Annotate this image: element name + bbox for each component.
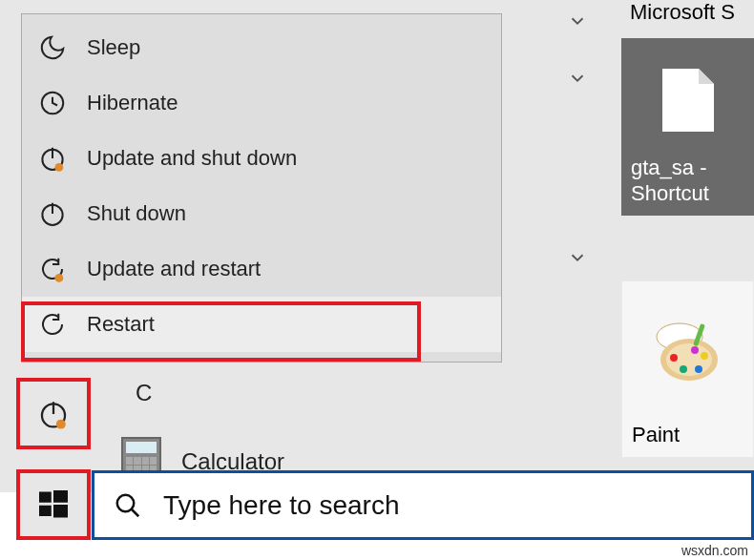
- svg-rect-24: [53, 505, 68, 518]
- power-item-label: Update and shut down: [87, 146, 501, 171]
- search-icon: [112, 489, 144, 522]
- svg-point-7: [695, 365, 702, 373]
- tile-label: gta_sa - Shortcut: [631, 156, 744, 206]
- taskbar-search-box[interactable]: Type here to search: [92, 470, 754, 540]
- power-update-icon: [35, 141, 70, 176]
- start-button[interactable]: [16, 469, 91, 540]
- power-icon: [35, 197, 70, 231]
- app-list-section-letter[interactable]: C: [136, 380, 152, 406]
- sleep-icon: [35, 31, 70, 65]
- windows-logo-icon: [36, 487, 71, 522]
- svg-marker-1: [699, 69, 714, 84]
- svg-point-25: [117, 494, 135, 511]
- tile-gta-sa-shortcut[interactable]: gta_sa - Shortcut: [621, 38, 754, 216]
- power-item-label: Update and restart: [87, 257, 501, 281]
- search-placeholder: Type here to search: [163, 490, 399, 521]
- chevron-down-icon[interactable]: [564, 8, 591, 34]
- svg-line-26: [132, 508, 139, 516]
- svg-point-5: [670, 354, 678, 362]
- restart-update-icon: [35, 252, 70, 286]
- power-options-menu: Sleep Hibernate Update and shut down Shu…: [21, 13, 502, 363]
- power-update-icon: [37, 398, 70, 430]
- file-icon: [662, 69, 714, 132]
- tile-group-label: Microsoft S: [630, 0, 754, 25]
- chevron-down-icon[interactable]: [564, 65, 591, 92]
- chevron-down-icon[interactable]: [564, 244, 591, 271]
- svg-rect-21: [39, 492, 52, 503]
- clock-icon: [35, 86, 70, 120]
- start-rail-power-button[interactable]: [16, 378, 91, 449]
- svg-rect-23: [39, 506, 52, 516]
- watermark: wsxdn.com: [681, 543, 748, 558]
- svg-rect-22: [53, 490, 68, 503]
- power-item-label: Sleep: [87, 35, 501, 60]
- svg-point-20: [56, 419, 66, 428]
- tile-paint[interactable]: Paint: [621, 280, 754, 458]
- tile-label: Paint: [632, 423, 744, 447]
- svg-point-6: [680, 365, 687, 373]
- power-item-update-restart[interactable]: Update and restart: [22, 241, 501, 297]
- power-item-label: Hibernate: [87, 91, 501, 115]
- power-item-label: Shut down: [87, 201, 501, 226]
- power-item-shutdown[interactable]: Shut down: [22, 186, 501, 241]
- svg-point-9: [691, 346, 699, 354]
- paint-palette-icon: [655, 321, 722, 386]
- svg-point-8: [701, 352, 708, 360]
- svg-point-14: [55, 163, 64, 172]
- power-item-update-shutdown[interactable]: Update and shut down: [22, 131, 501, 186]
- svg-point-17: [55, 274, 64, 282]
- power-item-hibernate[interactable]: Hibernate: [22, 75, 501, 131]
- power-item-label: Restart: [87, 312, 501, 337]
- power-item-sleep[interactable]: Sleep: [22, 20, 501, 75]
- power-item-restart[interactable]: Restart: [22, 297, 501, 352]
- restart-icon: [35, 307, 70, 342]
